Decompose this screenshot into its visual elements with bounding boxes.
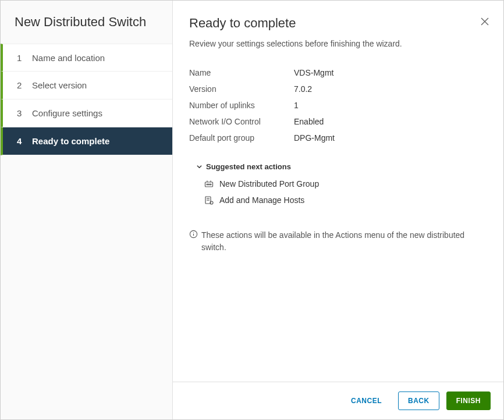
hosts-icon bbox=[204, 195, 214, 205]
info-note: These actions will be available in the A… bbox=[173, 229, 503, 254]
step-label: Ready to complete bbox=[32, 136, 109, 146]
summary-label: Name bbox=[189, 68, 294, 77]
summary-row-version: Version 7.0.2 bbox=[189, 81, 487, 97]
svg-point-4 bbox=[208, 184, 210, 185]
step-label: Name and location bbox=[32, 53, 105, 63]
summary-value: DPG-Mgmt bbox=[294, 133, 335, 143]
suggested-actions-section: Suggested next actions New Distributed P… bbox=[189, 155, 487, 218]
summary-label: Default port group bbox=[189, 133, 294, 143]
step-select-version[interactable]: 2 Select version bbox=[1, 72, 172, 99]
step-ready-complete[interactable]: 4 Ready to complete bbox=[1, 127, 172, 155]
svg-point-14 bbox=[193, 232, 194, 233]
page-title: Ready to complete bbox=[189, 16, 487, 31]
summary-value: 7.0.2 bbox=[294, 84, 312, 94]
wizard-sidebar: New Distributed Switch 1 Name and locati… bbox=[1, 1, 173, 419]
action-add-hosts: Add and Manage Hosts bbox=[196, 192, 480, 208]
page-subtitle: Review your settings selections before f… bbox=[189, 39, 487, 48]
summary-label: Version bbox=[189, 84, 294, 94]
action-label: New Distributed Port Group bbox=[219, 179, 319, 188]
wizard-steps: 1 Name and location 2 Select version 3 C… bbox=[1, 44, 172, 155]
cancel-button[interactable]: CANCEL bbox=[342, 391, 391, 410]
wizard-footer: CANCEL BACK FINISH bbox=[173, 382, 503, 419]
wizard-content: Ready to complete Review your settings s… bbox=[173, 1, 503, 419]
svg-point-5 bbox=[210, 184, 211, 185]
info-text: These actions will be available in the A… bbox=[201, 229, 487, 254]
suggested-actions-title: Suggested next actions bbox=[206, 162, 291, 171]
action-new-port-group: New Distributed Port Group bbox=[196, 176, 480, 192]
close-icon bbox=[480, 17, 489, 26]
summary-value: 1 bbox=[294, 101, 299, 110]
svg-point-3 bbox=[207, 184, 208, 185]
summary-value: VDS-Mgmt bbox=[294, 68, 333, 77]
step-configure-settings[interactable]: 3 Configure settings bbox=[1, 99, 172, 127]
summary-row-nioc: Network I/O Control Enabled bbox=[189, 113, 487, 130]
action-label: Add and Manage Hosts bbox=[219, 195, 304, 205]
back-button[interactable]: BACK bbox=[398, 391, 439, 410]
close-button[interactable] bbox=[479, 16, 491, 27]
suggested-actions-toggle[interactable]: Suggested next actions bbox=[196, 162, 480, 171]
summary-label: Network I/O Control bbox=[189, 117, 294, 126]
summary-row-portgroup: Default port group DPG-Mgmt bbox=[189, 130, 487, 146]
content-header: Ready to complete Review your settings s… bbox=[173, 1, 503, 53]
summary-label: Number of uplinks bbox=[189, 101, 294, 110]
info-icon bbox=[189, 230, 198, 242]
wizard-modal: New Distributed Switch 1 Name and locati… bbox=[0, 0, 504, 420]
step-label: Configure settings bbox=[32, 108, 102, 118]
portgroup-icon bbox=[204, 179, 214, 188]
step-number: 3 bbox=[17, 108, 29, 118]
chevron-down-icon bbox=[196, 163, 203, 170]
step-label: Select version bbox=[32, 80, 87, 90]
step-number: 4 bbox=[17, 136, 29, 146]
finish-button[interactable]: FINISH bbox=[446, 391, 491, 410]
summary-row-uplinks: Number of uplinks 1 bbox=[189, 97, 487, 113]
step-number: 1 bbox=[17, 53, 29, 63]
summary-row-name: Name VDS-Mgmt bbox=[189, 65, 487, 81]
step-number: 2 bbox=[17, 80, 29, 90]
wizard-title: New Distributed Switch bbox=[1, 15, 172, 44]
step-name-location[interactable]: 1 Name and location bbox=[1, 44, 172, 72]
summary-table: Name VDS-Mgmt Version 7.0.2 Number of up… bbox=[173, 53, 503, 150]
summary-value: Enabled bbox=[294, 117, 324, 126]
